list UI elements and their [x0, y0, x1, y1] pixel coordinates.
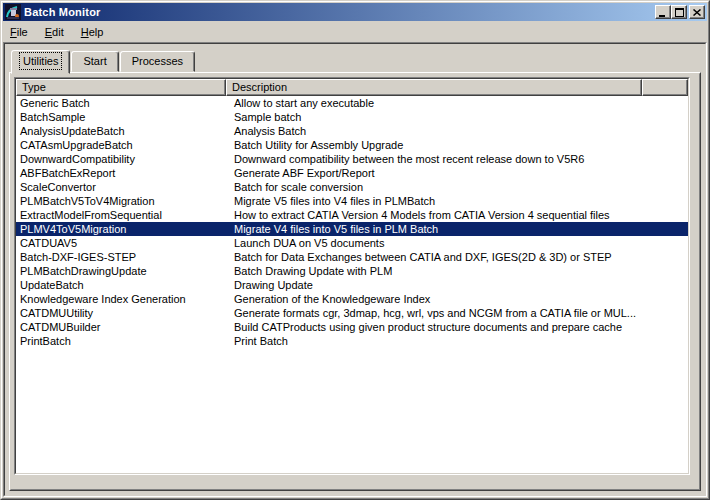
cell-type: Generic Batch: [16, 96, 226, 110]
cell-type: AnalysisUpdateBatch: [16, 124, 226, 138]
tab-label: Start: [82, 55, 107, 67]
table-row[interactable]: BatchSampleSample batch: [16, 110, 688, 124]
table-row[interactable]: ExtractModelFromSequentialHow to extract…: [16, 208, 688, 222]
cell-type: PLMBatchV5ToV4Migration: [16, 194, 226, 208]
close-button[interactable]: [689, 5, 705, 19]
list-body: Generic BatchAllow to start any executab…: [16, 96, 688, 473]
cell-type: ABFBatchExReport: [16, 166, 226, 180]
cell-type: PLMV4ToV5Migration: [16, 222, 226, 236]
cell-type: PrintBatch: [16, 334, 226, 348]
cell-description: Generate ABF Export/Report: [226, 166, 688, 180]
cell-description: Downward compatibility between the most …: [226, 152, 688, 166]
cell-description: Migrate V5 files into V4 files in PLMBat…: [226, 194, 688, 208]
cell-description: Drawing Update: [226, 278, 688, 292]
cell-type: DownwardCompatibility: [16, 152, 226, 166]
table-row[interactable]: Generic BatchAllow to start any executab…: [16, 96, 688, 110]
window-frame: Batch Monitor FileEditHelp UtilitiesStar…: [1, 1, 709, 499]
table-row[interactable]: Knowledgeware Index GenerationGeneration…: [16, 292, 688, 306]
cell-description: Batch for scale conversion: [226, 180, 688, 194]
utilities-listview: Type Description Generic BatchAllow to s…: [14, 77, 690, 475]
table-row[interactable]: PLMBatchV5ToV4MigrationMigrate V5 files …: [16, 194, 688, 208]
cell-type: BatchSample: [16, 110, 226, 124]
titlebar-buttons: [655, 5, 705, 19]
cell-description: Migrate V4 files into V5 files in PLM Ba…: [226, 222, 688, 236]
cell-type: CATDMUBuilder: [16, 320, 226, 334]
table-row[interactable]: PLMBatchDrawingUpdateBatch Drawing Updat…: [16, 264, 688, 278]
table-row[interactable]: AnalysisUpdateBatchAnalysis Batch: [16, 124, 688, 138]
cell-description: Sample batch: [226, 110, 688, 124]
cell-description: Allow to start any executable: [226, 96, 688, 110]
table-row[interactable]: ScaleConvertorBatch for scale conversion: [16, 180, 688, 194]
client-area: UtilitiesStartProcesses Type Description: [3, 42, 707, 497]
cell-type: ExtractModelFromSequential: [16, 208, 226, 222]
window-title: Batch Monitor: [24, 6, 101, 18]
table-row[interactable]: PLMV4ToV5MigrationMigrate V4 files into …: [16, 222, 688, 236]
menu-item-help[interactable]: Help: [74, 24, 111, 40]
cell-description: Analysis Batch: [226, 124, 688, 138]
table-row[interactable]: CATAsmUpgradeBatchBatch Utility for Asse…: [16, 138, 688, 152]
menu-item-file[interactable]: File: [3, 24, 35, 40]
table-row[interactable]: CATDUAV5Launch DUA on V5 documents: [16, 236, 688, 250]
minimize-icon: [659, 8, 667, 17]
maximize-icon: [675, 8, 684, 17]
batch-monitor-window: Batch Monitor FileEditHelp UtilitiesStar…: [0, 0, 710, 500]
table-row[interactable]: ABFBatchExReportGenerate ABF Export/Repo…: [16, 166, 688, 180]
tab-control: UtilitiesStartProcesses Type Description: [5, 44, 705, 495]
table-row[interactable]: PrintBatchPrint Batch: [16, 334, 688, 348]
app-icon[interactable]: [5, 4, 21, 20]
list-header: Type Description: [16, 79, 688, 96]
cell-description: Generation of the Knowledgeware Index: [226, 292, 688, 306]
table-row[interactable]: DownwardCompatibilityDownward compatibil…: [16, 152, 688, 166]
column-header-description[interactable]: Description: [226, 79, 642, 96]
column-header-type[interactable]: Type: [16, 79, 226, 96]
tab-panel-utilities: Type Description Generic BatchAllow to s…: [9, 72, 701, 491]
menubar: FileEditHelp: [2, 21, 708, 42]
cell-type: PLMBatchDrawingUpdate: [16, 264, 226, 278]
cell-description: How to extract CATIA Version 4 Models fr…: [226, 208, 688, 222]
cell-description: Print Batch: [226, 334, 688, 348]
cell-type: CATAsmUpgradeBatch: [16, 138, 226, 152]
cell-type: Batch-DXF-IGES-STEP: [16, 250, 226, 264]
table-row[interactable]: CATDMUBuilderBuild CATProducts using giv…: [16, 320, 688, 334]
titlebar[interactable]: Batch Monitor: [3, 3, 707, 21]
minimize-button[interactable]: [655, 5, 671, 19]
cell-type: Knowledgeware Index Generation: [16, 292, 226, 306]
column-header-filler: [642, 79, 688, 96]
cell-type: CATDUAV5: [16, 236, 226, 250]
tab-strip: UtilitiesStartProcesses: [9, 48, 701, 72]
cell-description: Batch Utility for Assembly Upgrade: [226, 138, 688, 152]
cell-description: Generate formats cgr, 3dmap, hcg, wrl, v…: [226, 306, 688, 320]
close-icon: [693, 9, 701, 16]
tab-label: Processes: [131, 55, 184, 67]
tab-utilities[interactable]: Utilities: [11, 50, 70, 74]
cell-description: Batch for Data Exchanges between CATIA a…: [226, 250, 688, 264]
cell-description: Batch Drawing Update with PLM: [226, 264, 688, 278]
maximize-button[interactable]: [671, 5, 687, 19]
cell-type: CATDMUUtility: [16, 306, 226, 320]
table-row[interactable]: Batch-DXF-IGES-STEPBatch for Data Exchan…: [16, 250, 688, 264]
tab-start[interactable]: Start: [71, 51, 118, 72]
cell-type: ScaleConvertor: [16, 180, 226, 194]
tab-processes[interactable]: Processes: [120, 51, 195, 72]
menu-item-edit[interactable]: Edit: [38, 24, 71, 40]
cell-description: Build CATProducts using given product st…: [226, 320, 688, 334]
tab-label: Utilities: [22, 55, 59, 67]
table-row[interactable]: UpdateBatchDrawing Update: [16, 278, 688, 292]
cell-type: UpdateBatch: [16, 278, 226, 292]
cell-description: Launch DUA on V5 documents: [226, 236, 688, 250]
table-row[interactable]: CATDMUUtilityGenerate formats cgr, 3dmap…: [16, 306, 688, 320]
